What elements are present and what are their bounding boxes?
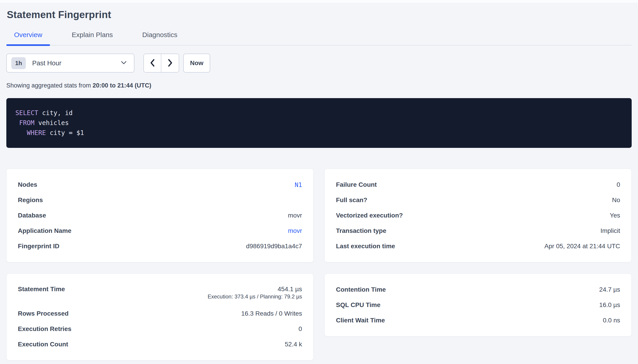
aggregated-stats-summary: Showing aggregated stats from 20:00 to 2… bbox=[6, 82, 632, 89]
last-execution-time-row: Last execution time Apr 05, 2024 at 21:4… bbox=[336, 238, 620, 254]
vectorized-execution-row: Vectorized execution? Yes bbox=[336, 208, 620, 223]
row-value: 454.1 µs bbox=[278, 286, 302, 292]
execution-count-row: Execution Count 52.4 k bbox=[18, 337, 302, 352]
transaction-type-row: Transaction type Implicit bbox=[336, 223, 620, 238]
sql-code: vehicles bbox=[35, 119, 69, 126]
tab-bar: Overview Explain Plans Diagnostics bbox=[6, 31, 632, 46]
row-label: Execution Retries bbox=[18, 325, 72, 332]
tab-overview[interactable]: Overview bbox=[6, 31, 50, 45]
row-value: 16.3 Reads / 0 Writes bbox=[241, 310, 302, 317]
summary-range: 20:00 to 21:44 (UTC) bbox=[93, 82, 151, 89]
row-value: 0.0 ns bbox=[603, 317, 620, 324]
row-label: Contention Time bbox=[336, 286, 386, 293]
sql-keyword: FROM bbox=[16, 119, 35, 126]
row-label: Vectorized execution? bbox=[336, 212, 403, 219]
row-label: Database bbox=[18, 212, 46, 219]
stats-card-grid: Nodes N1 Regions Database movr Applicati… bbox=[6, 169, 632, 360]
execution-attributes-card: Failure Count 0 Full scan? No Vectorized… bbox=[324, 169, 632, 262]
full-scan-row: Full scan? No bbox=[336, 192, 620, 208]
database-row: Database movr bbox=[18, 208, 302, 223]
row-label: Execution Count bbox=[18, 341, 68, 348]
row-value: movr bbox=[288, 212, 302, 219]
regions-row: Regions bbox=[18, 192, 302, 208]
sql-code: city = $1 bbox=[46, 129, 84, 136]
row-value: 0 bbox=[616, 181, 620, 188]
time-range-dropdown[interactable]: 1h Past Hour bbox=[6, 54, 134, 72]
contention-time-row: Contention Time 24.7 µs bbox=[336, 282, 620, 297]
now-button[interactable]: Now bbox=[183, 54, 210, 72]
statement-fingerprint-page: Statement Fingerprint Overview Explain P… bbox=[0, 8, 638, 360]
row-value: Implicit bbox=[600, 227, 620, 234]
previous-time-button[interactable] bbox=[144, 54, 161, 72]
rows-processed-row: Rows Processed 16.3 Reads / 0 Writes bbox=[18, 306, 302, 321]
chevron-right-icon bbox=[168, 59, 173, 68]
timing-stats-card: Contention Time 24.7 µs SQL CPU Time 16.… bbox=[324, 274, 632, 336]
row-value: 52.4 k bbox=[285, 341, 302, 348]
nodes-row: Nodes N1 bbox=[18, 177, 302, 192]
sql-cpu-time-row: SQL CPU Time 16.0 µs bbox=[336, 297, 620, 313]
row-label: Full scan? bbox=[336, 196, 367, 204]
row-value: 16.0 µs bbox=[599, 301, 620, 308]
sql-statement-box: SELECT city, id FROM vehicles WHERE city… bbox=[6, 98, 632, 148]
time-range-label: Past Hour bbox=[32, 60, 121, 67]
chevron-down-icon bbox=[121, 61, 127, 65]
row-label: Fingerprint ID bbox=[18, 242, 60, 250]
row-label: Rows Processed bbox=[18, 310, 69, 317]
row-value: No bbox=[612, 196, 620, 204]
failure-count-row: Failure Count 0 bbox=[336, 177, 620, 192]
top-strip bbox=[0, 0, 638, 3]
sql-keyword: WHERE bbox=[16, 129, 46, 136]
fingerprint-id-row: Fingerprint ID d986919d9ba1a4c7 bbox=[18, 238, 302, 254]
row-subvalue: Execution: 373.4 µs / Planning: 79.2 µs bbox=[208, 294, 302, 300]
application-name-row: Application Name movr bbox=[18, 223, 302, 238]
chevron-left-icon bbox=[150, 59, 155, 68]
metadata-card: Nodes N1 Regions Database movr Applicati… bbox=[6, 169, 314, 262]
row-label: SQL CPU Time bbox=[336, 301, 381, 308]
row-label: Last execution time bbox=[336, 242, 395, 250]
execution-retries-row: Execution Retries 0 bbox=[18, 321, 302, 337]
next-time-button[interactable] bbox=[161, 54, 179, 72]
statement-time-row: Statement Time 454.1 µs Execution: 373.4… bbox=[18, 282, 302, 306]
row-label: Regions bbox=[18, 196, 43, 204]
tab-diagnostics[interactable]: Diagnostics bbox=[135, 31, 185, 45]
row-label: Statement Time bbox=[18, 286, 65, 293]
sql-line: FROM vehicles bbox=[16, 118, 622, 128]
row-label: Transaction type bbox=[336, 227, 386, 234]
row-value: 0 bbox=[298, 325, 302, 332]
nodes-link[interactable]: N1 bbox=[295, 181, 302, 188]
time-preset-badge: 1h bbox=[11, 57, 26, 69]
sql-line: SELECT city, id bbox=[16, 108, 622, 118]
time-pager bbox=[144, 54, 179, 72]
time-controls: 1h Past Hour Now bbox=[6, 54, 632, 72]
application-name-link[interactable]: movr bbox=[288, 227, 302, 234]
sql-keyword: SELECT bbox=[16, 109, 38, 117]
client-wait-time-row: Client Wait Time 0.0 ns bbox=[336, 313, 620, 328]
row-label: Failure Count bbox=[336, 181, 377, 188]
row-value-stack: 454.1 µs Execution: 373.4 µs / Planning:… bbox=[208, 286, 302, 300]
page-title: Statement Fingerprint bbox=[7, 8, 632, 21]
row-value: d986919d9ba1a4c7 bbox=[246, 242, 302, 250]
row-value: Yes bbox=[610, 212, 620, 219]
statement-stats-card: Statement Time 454.1 µs Execution: 373.4… bbox=[6, 274, 314, 360]
summary-prefix: Showing aggregated stats from bbox=[6, 82, 93, 89]
tab-explain-plans[interactable]: Explain Plans bbox=[64, 31, 121, 45]
sql-line: WHERE city = $1 bbox=[16, 128, 622, 138]
row-label: Nodes bbox=[18, 181, 37, 188]
row-label: Application Name bbox=[18, 227, 71, 234]
row-value: 24.7 µs bbox=[599, 286, 620, 293]
sql-code: city, id bbox=[38, 109, 73, 117]
row-label: Client Wait Time bbox=[336, 317, 385, 324]
row-value: Apr 05, 2024 at 21:44 UTC bbox=[544, 242, 620, 250]
